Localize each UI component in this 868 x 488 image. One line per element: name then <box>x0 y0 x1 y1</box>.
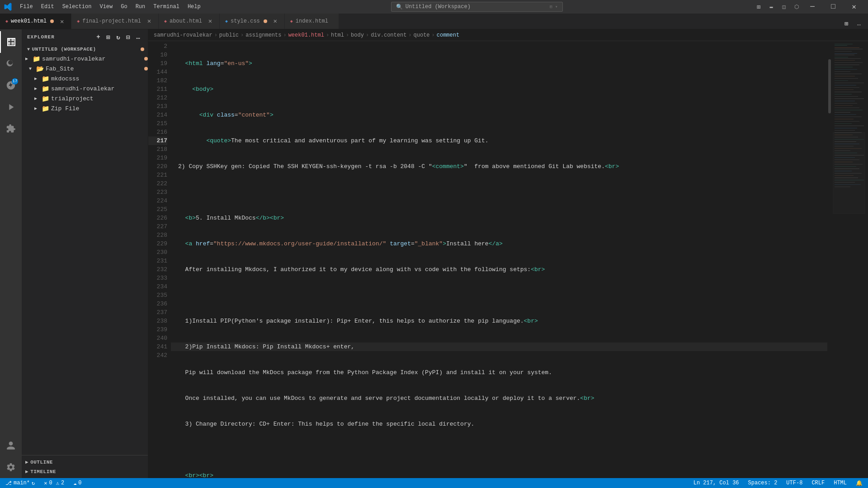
svg-rect-53 <box>835 155 864 155</box>
title-search-text[interactable]: Untitled (Workspace) <box>406 4 471 10</box>
menu-terminal[interactable]: Terminal <box>150 2 183 12</box>
sidebar-icon[interactable]: ◫ <box>778 1 789 12</box>
refresh-button[interactable]: ↻ <box>114 33 123 41</box>
breadcrumb-comment[interactable]: comment <box>437 32 459 38</box>
workspace-actions: ⊞ ▾ <box>550 4 558 9</box>
activity-git[interactable]: 17 <box>0 75 22 96</box>
activity-explorer[interactable] <box>0 31 22 53</box>
file-tree: ▶ 📁 samrudhi-rovalekar ▼ 📂 Fab_Site ▶ 📁 … <box>22 54 148 113</box>
tab-final-project[interactable]: ◈ final-project.html ✕ <box>71 14 159 29</box>
code-line-144: <quote>The most critical and adventurous… <box>171 136 827 145</box>
tab-bar: ◈ week01.html ✕ ◈ final-project.html ✕ ◈… <box>0 14 868 29</box>
status-spaces[interactable]: Spaces: 2 <box>746 478 779 488</box>
menu-selection[interactable]: Selection <box>59 2 95 12</box>
status-encoding[interactable]: UTF-8 <box>784 478 804 488</box>
activity-account[interactable] <box>0 435 22 456</box>
activity-search[interactable] <box>0 53 22 75</box>
menu-file[interactable]: File <box>16 2 37 12</box>
modified-dot-samrudhi <box>144 57 148 61</box>
svg-rect-19 <box>835 78 858 79</box>
menu-edit[interactable]: Edit <box>38 2 58 12</box>
tab-close-final[interactable]: ✕ <box>146 18 153 25</box>
code-line-218: Pip will download the MkDocs package fro… <box>171 368 827 377</box>
more-tabs-button[interactable]: … <box>854 18 864 29</box>
code-line-216: 1)Install PIP(Python's package installer… <box>171 317 827 325</box>
menu-view[interactable]: View <box>96 2 116 12</box>
tree-item-samrudhi-sub[interactable]: ▶ 📁 samrudhi-rovalekar <box>22 84 148 94</box>
split-editor-button[interactable]: ⊞ <box>841 18 852 29</box>
tree-item-fabsite[interactable]: ▼ 📂 Fab_Site <box>22 64 148 74</box>
svg-rect-59 <box>835 169 859 169</box>
activity-extensions[interactable] <box>0 118 22 140</box>
tab-close-week01[interactable]: ✕ <box>58 18 66 25</box>
minimize-button[interactable]: ─ <box>802 0 823 14</box>
tree-label-samrudhi: samrudhi-rovalekar <box>42 56 142 62</box>
breadcrumb-sep-8: › <box>432 32 435 38</box>
svg-rect-32 <box>835 108 859 108</box>
tree-item-trial[interactable]: ▶ 📁 trialproject <box>22 94 148 103</box>
tab-style[interactable]: ◈ style.css ✕ <box>220 14 285 29</box>
status-language[interactable]: HTML <box>832 478 849 488</box>
activity-run[interactable] <box>0 96 22 118</box>
menu-go[interactable]: Go <box>117 2 131 12</box>
status-branch[interactable]: ⎇ main* ↻ <box>4 478 37 488</box>
svg-rect-55 <box>835 160 859 160</box>
panel-icon[interactable]: ▬ <box>766 1 777 12</box>
breadcrumb-divcontent[interactable]: div.content <box>371 32 406 38</box>
workspace-header[interactable]: ▼ UNTITLED (WORKSPACE) <box>22 45 148 54</box>
breadcrumb-html[interactable]: html <box>331 32 344 38</box>
status-line-ending[interactable]: CRLF <box>810 478 826 488</box>
close-button[interactable]: ✕ <box>844 0 864 14</box>
status-cursor[interactable]: Ln 217, Col 36 <box>692 478 741 488</box>
collapse-button[interactable]: ⊟ <box>124 33 132 41</box>
tab-index[interactable]: ◈ index.html <box>285 14 339 29</box>
svg-rect-38 <box>835 121 859 122</box>
menu-help[interactable]: Help <box>184 2 204 12</box>
menu-run[interactable]: Run <box>132 2 149 12</box>
outline-header[interactable]: ▶ OUTLINE <box>22 457 148 467</box>
tree-item-zip[interactable]: ▶ 📁 Zip File <box>22 103 148 113</box>
tab-close-about[interactable]: ✕ <box>207 18 214 25</box>
tree-item-mkdocsss[interactable]: ▶ 📁 mkdocsss <box>22 74 148 84</box>
maximize-button[interactable]: □ <box>823 0 844 14</box>
tab-close-style[interactable]: ✕ <box>272 18 279 25</box>
tab-about[interactable]: ◈ about.html ✕ <box>159 14 220 29</box>
tree-item-samrudhi[interactable]: ▶ 📁 samrudhi-rovalekar <box>22 54 148 64</box>
breadcrumb-quote[interactable]: quote <box>414 32 430 38</box>
sidebar: EXPLORER + ⊞ ↻ ⊟ … ▼ UNTITLED (WORKSPACE… <box>22 29 148 478</box>
editor: samrudhi-rovalekar › public › assignment… <box>148 29 868 478</box>
activity-settings[interactable] <box>0 456 22 478</box>
sidebar-bottom: ▶ OUTLINE ▶ TIMELINE <box>22 455 148 478</box>
status-remote[interactable]: ☁ 0 <box>71 478 83 488</box>
chevron-down-icon-fab: ▼ <box>29 66 36 71</box>
breadcrumb-body[interactable]: body <box>351 32 364 38</box>
status-notifications[interactable]: 🔔 <box>854 478 864 488</box>
code-area[interactable]: <html lang="en-us"> <body> <div class="c… <box>171 41 827 478</box>
scrollbar-thumb[interactable] <box>828 59 831 113</box>
breadcrumb-sep-1: › <box>214 32 217 38</box>
vertical-scrollbar[interactable] <box>827 41 832 478</box>
svg-rect-46 <box>835 139 864 140</box>
breadcrumb-samrudhi[interactable]: samrudhi-rovalekar <box>154 32 212 38</box>
breadcrumb-assignments[interactable]: assignments <box>245 32 281 38</box>
new-file-button[interactable]: + <box>94 33 103 41</box>
tab-week01[interactable]: ◈ week01.html ✕ <box>0 14 71 29</box>
fullscreen-icon[interactable]: ⬡ <box>791 1 802 12</box>
breadcrumb-public[interactable]: public <box>219 32 239 38</box>
svg-rect-54 <box>835 157 855 158</box>
svg-rect-48 <box>835 144 859 144</box>
status-language-value: HTML <box>834 480 847 486</box>
code-line-19: <div class="content"> <box>171 111 827 119</box>
timeline-header[interactable]: ▶ TIMELINE <box>22 467 148 476</box>
outline-label: OUTLINE <box>30 460 53 465</box>
minimap[interactable] <box>832 41 868 478</box>
status-errors[interactable]: ✕ 0 ⚠ 2 <box>42 478 66 488</box>
tab-modified-dot-week01 <box>50 19 54 23</box>
svg-rect-49 <box>835 146 854 146</box>
more-actions-button[interactable]: … <box>134 33 142 41</box>
breadcrumb: samrudhi-rovalekar › public › assignment… <box>148 29 868 41</box>
breadcrumb-file[interactable]: week01.html <box>288 32 324 38</box>
svg-rect-56 <box>835 162 853 162</box>
new-folder-button[interactable]: ⊞ <box>104 33 113 41</box>
layout-icon[interactable]: ⊞ <box>753 1 764 12</box>
